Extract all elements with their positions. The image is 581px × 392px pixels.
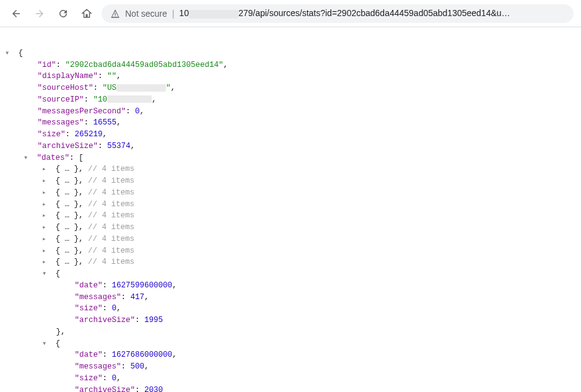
reload-icon (58, 8, 69, 19)
collapsed-item[interactable]: { … } (56, 258, 79, 266)
expand-toggle-item11[interactable] (42, 338, 51, 350)
collapsed-item[interactable]: { … } (56, 165, 79, 173)
json-val-archiveSize: 55374 (107, 142, 131, 150)
collapsed-item[interactable]: { … } (56, 200, 79, 209)
json-key-size: "size" (38, 130, 66, 139)
forward-button[interactable] (31, 5, 48, 22)
json-val-date: 1627686000000 (112, 351, 173, 359)
redacted-sourceIP (107, 95, 152, 103)
json-key-messages: "messages" (38, 118, 84, 127)
json-val-sourceHost-suffix: " (166, 84, 171, 92)
item-count-comment: // 4 items (88, 235, 134, 243)
expand-toggle-item[interactable] (42, 199, 51, 211)
collapsed-item[interactable]: { … } (56, 246, 79, 255)
json-val-itemSize: 0 (112, 374, 117, 383)
home-button[interactable] (78, 5, 95, 22)
json-val-itemArchiveSize: 1995 (144, 316, 163, 324)
json-key-sourceHost: "sourceHost" (38, 84, 94, 92)
collapsed-item[interactable]: { … } (56, 211, 79, 220)
json-val-sourceIP-prefix: "10 (94, 95, 108, 104)
redacted-host (189, 10, 238, 19)
json-key-itemMessages: "messages" (75, 293, 121, 302)
expand-toggle-dates[interactable] (24, 152, 32, 164)
collapsed-item[interactable]: { … } (56, 188, 79, 197)
expand-toggle-item[interactable] (42, 245, 51, 257)
not-secure-icon (110, 9, 120, 19)
json-viewer: { "id": "2902cbad6da44459ad05abd1305eed1… (0, 27, 581, 392)
reload-button[interactable] (55, 5, 72, 22)
expand-toggle-item[interactable] (42, 163, 51, 175)
arrow-right-icon (34, 8, 45, 19)
json-key-itemMessages: "messages" (75, 362, 121, 371)
json-val-sourceHost-prefix: "US (103, 84, 117, 92)
collapsed-item[interactable]: { … } (56, 235, 79, 243)
json-key-dates: "dates" (37, 154, 70, 162)
item-count-comment: // 4 items (88, 165, 134, 173)
item-count-comment: // 4 items (88, 176, 134, 185)
home-icon (81, 8, 92, 19)
redacted-sourceHost (116, 84, 166, 92)
json-key-itemArchiveSize: "archiveSize" (75, 386, 136, 393)
address-bar[interactable]: Not secure | 10279/api/sources/stats?id=… (102, 4, 574, 23)
json-val-id: "2902cbad6da44459ad05abd1305eed14" (66, 61, 224, 69)
json-key-date: "date" (75, 351, 103, 359)
json-brace-open: { (19, 49, 24, 58)
expand-toggle-item[interactable] (42, 222, 51, 233)
expand-toggle-item[interactable] (42, 233, 51, 245)
json-key-itemSize: "size" (75, 374, 103, 383)
expand-toggle-item[interactable] (42, 187, 51, 199)
json-key-mps: "messagesPerSecond" (38, 107, 126, 116)
json-key-date: "date" (75, 281, 103, 290)
json-key-id: "id" (38, 61, 56, 69)
item-count-comment: // 4 items (88, 188, 134, 197)
item-count-comment: // 4 items (88, 211, 134, 220)
json-val-size: 265219 (75, 130, 103, 139)
collapsed-item[interactable]: { … } (56, 223, 79, 232)
json-val-itemMessages: 500 (131, 362, 145, 371)
json-key-sourceIP: "sourceIP" (38, 95, 84, 104)
json-val-displayName: "" (107, 72, 116, 81)
back-button[interactable] (7, 5, 25, 22)
json-val-itemArchiveSize: 2030 (144, 386, 163, 393)
item-count-comment: // 4 items (88, 258, 134, 266)
json-key-itemSize: "size" (75, 304, 103, 313)
expand-toggle-item[interactable] (42, 175, 51, 187)
expand-toggle-item[interactable] (42, 210, 51, 222)
item-count-comment: // 4 items (88, 246, 134, 255)
collapsed-item[interactable]: { … } (56, 176, 79, 185)
browser-toolbar: Not secure | 10279/api/sources/stats?id=… (0, 0, 581, 27)
item-count-comment: // 4 items (88, 223, 134, 232)
expand-toggle-item10[interactable] (42, 268, 51, 280)
json-key-displayName: "displayName" (38, 72, 98, 81)
json-key-archiveSize: "archiveSize" (38, 142, 98, 150)
json-val-messages: 16555 (94, 118, 117, 127)
expand-toggle-root[interactable] (5, 48, 14, 59)
security-label: Not secure (125, 9, 167, 19)
url-text: 10279/api/sources/stats?id=2902cbad6da44… (179, 8, 510, 18)
arrow-left-icon (11, 8, 22, 19)
item-count-comment: // 4 items (88, 200, 134, 209)
json-val-mps: 0 (135, 107, 140, 116)
expand-toggle-item[interactable] (42, 256, 51, 268)
json-val-itemMessages: 417 (131, 293, 145, 302)
address-divider: | (172, 9, 175, 19)
json-val-itemSize: 0 (112, 304, 117, 313)
json-val-date: 1627599600000 (112, 281, 173, 290)
json-key-itemArchiveSize: "archiveSize" (75, 316, 136, 324)
